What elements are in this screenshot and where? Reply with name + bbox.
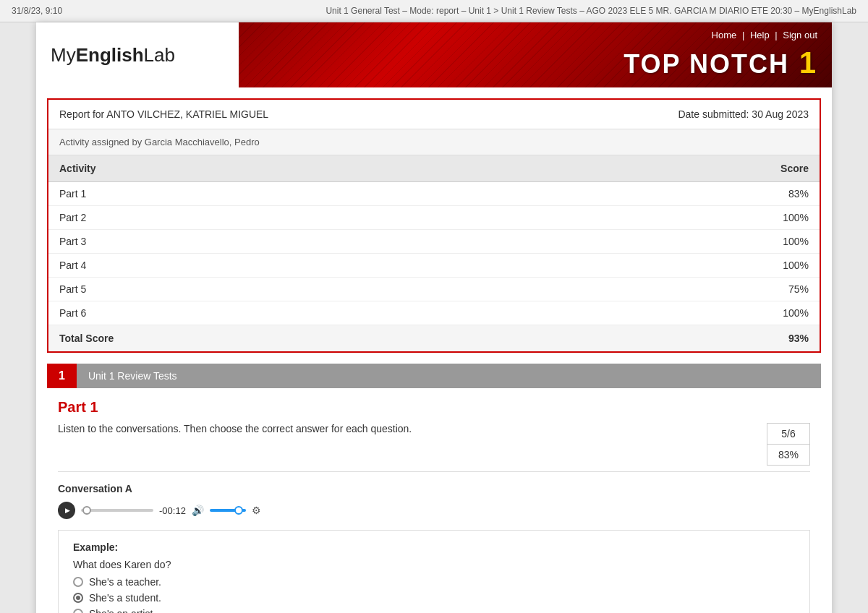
main-content: Part 1 Listen to the conversations. Then… [36,399,832,613]
volume-icon[interactable]: 🔊 [192,505,204,516]
score-table-row: Part 4 100% [48,254,820,278]
header-right-area: Home | Help | Sign out TOP NOTCH 1 [239,22,832,87]
part1-score-box: 5/6 83% [767,423,810,466]
radio-option: She's a student. [73,592,795,604]
nav-separator-1: | [742,30,744,40]
score-cell: 75% [514,278,820,301]
radio-option: She's an artist. [73,608,795,613]
score-cell: 100% [514,206,820,230]
browser-top-bar: 31/8/23, 9:10 Unit 1 General Test – Mode… [0,0,868,22]
score-table-row: Part 3 100% [48,230,820,254]
radio-option: She's a teacher. [73,576,795,588]
report-container: Report for ANTO VILCHEZ, KATRIEL MIGUEL … [47,98,821,353]
header-nav: Home | Help | Sign out [712,30,817,40]
gear-icon[interactable]: ⚙ [252,505,261,516]
radio-label: She's a teacher. [89,576,161,588]
audio-progress-thumb [82,506,91,515]
volume-thumb [234,506,243,515]
brand-title: TOP NOTCH 1 [624,46,817,80]
radio-label: She's an artist. [89,608,156,613]
report-subheader: Activity assigned by Garcia Macchiavello… [48,129,820,155]
browser-datetime: 31/8/23, 9:10 [12,6,62,16]
unit-bar: 1 Unit 1 Review Tests [47,364,821,388]
radio-options-container: She's a teacher.She's a student.She's an… [73,576,795,613]
part1-score-pct: 83% [767,445,809,465]
header-logo-area: MyEnglishLab [36,22,239,87]
part1-description: Listen to the conversations. Then choose… [58,423,767,434]
score-table-row: Part 5 75% [48,278,820,301]
example-label: Example: [73,541,795,553]
unit-name: Unit 1 Review Tests [77,364,189,387]
score-cell: 83% [514,182,820,206]
radio-label: She's a student. [89,592,161,604]
conversation-a-title: Conversation A [58,483,810,494]
activity-cell: Part 6 [48,301,514,325]
score-cell: 100% [514,230,820,254]
activity-cell: Part 3 [48,230,514,254]
unit-number: 1 [47,364,77,388]
signout-link[interactable]: Sign out [783,30,817,40]
radio-circle[interactable] [73,609,83,613]
score-cell: 100% [514,301,820,325]
part1-score-raw: 5/6 [767,424,809,445]
logo-english: English [76,44,144,66]
volume-track[interactable] [210,509,246,512]
conversation-a-section: Conversation A -00:12 🔊 ⚙ Example: What … [58,483,810,613]
score-cell: 100% [514,254,820,278]
score-table: Activity Score Part 1 83% Part 2 100% Pa… [48,155,820,351]
logo-lab: Lab [144,44,175,66]
col-activity-header: Activity [48,155,514,182]
radio-circle[interactable] [73,593,83,603]
score-table-row: Part 1 83% [48,182,820,206]
help-link[interactable]: Help [750,30,770,40]
audio-progress-track[interactable] [81,509,153,512]
play-button[interactable] [58,502,75,519]
site-logo: MyEnglishLab [51,44,175,67]
part1-description-row: Listen to the conversations. Then choose… [58,423,810,472]
logo-my: My [51,44,76,66]
activity-cell: Part 1 [48,182,514,206]
total-score-label: Total Score [48,325,514,352]
activity-cell: Part 5 [48,278,514,301]
home-link[interactable]: Home [712,30,737,40]
browser-title: Unit 1 General Test – Mode: report – Uni… [326,6,856,16]
radio-circle[interactable] [73,577,83,587]
part1-title: Part 1 [58,399,810,416]
example-question: What does Karen do? [73,559,795,570]
activity-cell: Part 4 [48,254,514,278]
total-score-value: 93% [514,325,820,352]
page-wrapper: MyEnglishLab Home | Help | Sign out TOP … [36,22,832,613]
report-date-label: Date submitted: 30 Aug 2023 [678,108,809,120]
example-box: Example: What does Karen do? She's a tea… [58,530,810,613]
report-header-row: Report for ANTO VILCHEZ, KATRIEL MIGUEL … [48,100,820,129]
assigned-by-label: Activity assigned by Garcia Macchiavello… [59,137,260,147]
site-header: MyEnglishLab Home | Help | Sign out TOP … [36,22,832,87]
nav-separator-2: | [775,30,777,40]
activity-cell: Part 2 [48,206,514,230]
col-score-header: Score [514,155,820,182]
brand-num: 1 [789,46,817,80]
report-student-label: Report for ANTO VILCHEZ, KATRIEL MIGUEL [59,108,268,120]
brand-top: TOP NOTCH [624,49,789,79]
audio-player: -00:12 🔊 ⚙ [58,502,810,519]
audio-time-display: -00:12 [159,505,186,516]
score-table-row: Part 2 100% [48,206,820,230]
score-table-row: Part 6 100% [48,301,820,325]
